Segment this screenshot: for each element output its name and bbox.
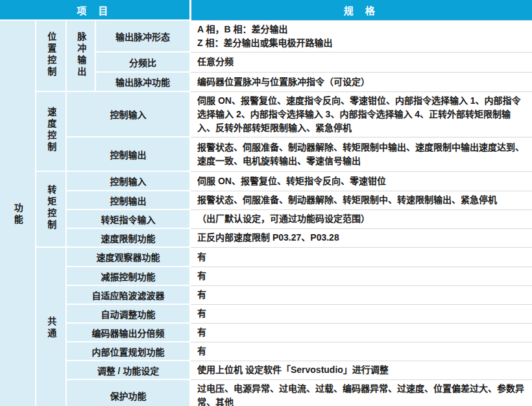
group-common: 共通 [36, 247, 66, 406]
group-position-control-label: 位置控制 [46, 32, 56, 78]
group-function-label: 功能 [12, 203, 22, 226]
spec-cell: （出厂默认设定，可通过功能码设定范围） [190, 209, 532, 228]
spec-cell: 伺服 ON、报警复位、速度指令反向、零速钳位、内部指令选择输入 1、内部指令选择… [190, 91, 532, 137]
row-encoder-output-division: 编码器输出分倍频 有 [0, 323, 532, 342]
group-speed-control-label: 速度控制 [46, 107, 56, 154]
spec-cell: 编码器位置脉冲与位置脉冲指令（可设定） [190, 72, 532, 91]
label-cell: 控制输出 [66, 191, 190, 209]
row-vibration-suppression: 减振控制功能 有 [0, 267, 532, 285]
row-torque-command-input: 转矩指令输入 （出厂默认设定，可通过功能码设定范围） [0, 209, 532, 228]
group-function: 功能 [0, 20, 36, 406]
label-cell: 速度限制功能 [66, 228, 190, 247]
spec-cell: 报警状态、伺服准备、制动器解除、转矩限制中、转速限制输出、紧急停机 [190, 191, 532, 209]
spec-cell: 有 [190, 247, 532, 267]
label-cell: 减振控制功能 [66, 267, 190, 285]
group-speed-control: 速度控制 [36, 91, 66, 171]
spec-cell: 有 [190, 304, 532, 323]
label-cell: 控制输入 [66, 171, 190, 191]
spec-cell: 有 [190, 323, 532, 342]
label-cell: 速度观察器功能 [66, 247, 190, 267]
label-cell: 输出脉冲功能 [95, 72, 190, 91]
row-output-pulse-form: 功能 位置控制 脉冲输出 输出脉冲形态 A 相，B 相：差分输出 Z 相：差分输… [0, 20, 532, 52]
row-torque-control-input: 转矩控制 控制输入 伺服 ON、报警复位、转矩指令反向、零速钳位 [0, 171, 532, 191]
row-internal-position-planning: 内部位置规划功能 有 [0, 342, 532, 361]
label-cell: 控制输入 [66, 91, 190, 137]
label-cell: 编码器输出分倍频 [66, 323, 190, 342]
row-auto-tuning: 自动调整功能 有 [0, 304, 532, 323]
label-cell: 转矩指令输入 [66, 209, 190, 228]
servo-spec-table: 项 目 规 格 功能 位置控制 脉冲输出 输出脉冲形态 A 相，B 相：差分输出… [0, 0, 532, 406]
spec-cell: 过电压、电源异常、过电流、过载、编码器异常、过速度、位置偏差过大、参数异常、其他 [190, 379, 532, 406]
spec-cell: 有 [190, 285, 532, 304]
row-speed-observer: 共通 速度观察器功能 有 [0, 247, 532, 267]
header-row: 项 目 规 格 [0, 0, 532, 20]
label-cell: 控制输出 [66, 137, 190, 171]
spec-cell: 使用上位机 设定软件「Servostudio」进行调整 [190, 361, 532, 379]
group-pulse-output: 脉冲输出 [66, 20, 95, 91]
group-common-label: 共通 [46, 316, 56, 340]
row-adaptive-notch-filter: 自适应陷波滤波器 有 [0, 285, 532, 304]
spec-cell: 有 [190, 342, 532, 361]
spec-cell: 正反内部速度限制 P03.27、P03.28 [190, 228, 532, 247]
spec-cell: 报警状态、伺服准备、制动器解除、转矩限制中输出、速度限制中输出速度达到、速度一致… [190, 137, 532, 171]
label-cell: 调整 / 功能设定 [66, 361, 190, 379]
group-pulse-output-label: 脉冲输出 [76, 32, 86, 78]
label-cell: 内部位置规划功能 [66, 342, 190, 361]
label-cell: 分频比 [95, 52, 190, 72]
group-torque-control: 转矩控制 [36, 171, 66, 247]
spec-cell: A 相，B 相：差分输出 Z 相：差分输出或集电极开路输出 [190, 20, 532, 52]
row-torque-control-output: 控制输出 报警状态、伺服准备、制动器解除、转矩限制中、转速限制输出、紧急停机 [0, 191, 532, 209]
spec-cell: 有 [190, 267, 532, 285]
header-item: 项 目 [0, 0, 190, 20]
label-cell: 自动调整功能 [66, 304, 190, 323]
label-cell: 输出脉冲形态 [95, 20, 190, 52]
spec-cell: 伺服 ON、报警复位、转矩指令反向、零速钳位 [190, 171, 532, 191]
label-cell: 自适应陷波滤波器 [66, 285, 190, 304]
row-speed-control-output: 控制输出 报警状态、伺服准备、制动器解除、转矩限制中输出、速度限制中输出速度达到… [0, 137, 532, 171]
spec-cell: 任意分频 [190, 52, 532, 72]
group-position-control: 位置控制 [36, 20, 66, 91]
row-speed-control-input: 速度控制 控制输入 伺服 ON、报警复位、速度指令反向、零速钳位、内部指令选择输… [0, 91, 532, 137]
row-protection-function: 保护功能 过电压、电源异常、过电流、过载、编码器异常、过速度、位置偏差过大、参数… [0, 379, 532, 406]
label-cell: 保护功能 [66, 379, 190, 406]
row-speed-limit-function: 速度限制功能 正反内部速度限制 P03.27、P03.28 [0, 228, 532, 247]
header-spec: 规 格 [190, 0, 532, 20]
row-adjust-function-setting: 调整 / 功能设定 使用上位机 设定软件「Servostudio」进行调整 [0, 361, 532, 379]
group-torque-control-label: 转矩控制 [46, 185, 56, 232]
